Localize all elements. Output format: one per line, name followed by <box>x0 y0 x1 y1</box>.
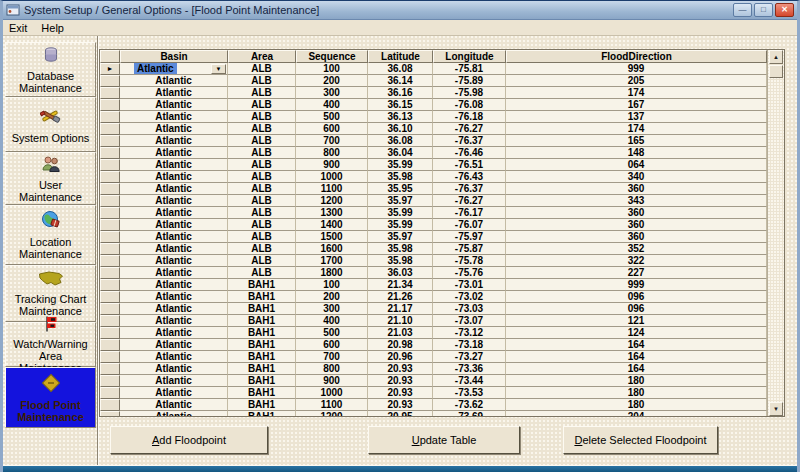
cell-sequence[interactable]: 100 <box>296 279 368 291</box>
cell-sequence[interactable]: 400 <box>296 315 368 327</box>
menu-exit[interactable]: Exit <box>9 22 27 34</box>
cell-area[interactable]: ALB <box>228 195 296 207</box>
cell-flooddirection[interactable]: 096 <box>506 291 767 303</box>
cell-flooddirection[interactable]: 343 <box>506 195 767 207</box>
scroll-up-icon[interactable]: ▲ <box>769 50 783 64</box>
cell-latitude[interactable]: 36.14 <box>368 75 433 87</box>
cell-area[interactable]: BAH1 <box>228 399 296 411</box>
cell-latitude[interactable]: 21.10 <box>368 315 433 327</box>
row-selector[interactable]: ► <box>100 63 120 75</box>
minimize-button[interactable]: — <box>733 3 752 17</box>
cell-flooddirection[interactable]: 227 <box>506 267 767 279</box>
menu-help[interactable]: Help <box>41 22 64 34</box>
table-row[interactable]: Atlantic ALB 1300 35.99 -76.17 360 <box>100 207 767 219</box>
cell-latitude[interactable]: 36.10 <box>368 123 433 135</box>
cell-longitude[interactable]: -76.51 <box>433 159 506 171</box>
cell-flooddirection[interactable]: 165 <box>506 135 767 147</box>
cell-sequence[interactable]: 200 <box>296 75 368 87</box>
cell-basin[interactable]: Atlantic <box>120 87 228 99</box>
cell-sequence[interactable]: 600 <box>296 123 368 135</box>
row-selector[interactable] <box>100 219 120 231</box>
cell-sequence[interactable]: 300 <box>296 303 368 315</box>
cell-sequence[interactable]: 1000 <box>296 387 368 399</box>
cell-latitude[interactable]: 21.26 <box>368 291 433 303</box>
cell-latitude[interactable]: 36.04 <box>368 147 433 159</box>
cell-longitude[interactable]: -75.81 <box>433 63 506 75</box>
cell-sequence[interactable]: 800 <box>296 147 368 159</box>
cell-basin[interactable]: Atlantic <box>120 255 228 267</box>
cell-longitude[interactable]: -76.46 <box>433 147 506 159</box>
cell-area[interactable]: ALB <box>228 135 296 147</box>
cell-basin[interactable]: Atlantic <box>120 291 228 303</box>
column-header-longitude[interactable]: Longitude <box>433 50 506 63</box>
cell-sequence[interactable]: 300 <box>296 87 368 99</box>
cell-area[interactable]: BAH1 <box>228 363 296 375</box>
cell-longitude[interactable]: -73.69 <box>433 411 506 417</box>
cell-latitude[interactable]: 36.08 <box>368 63 433 75</box>
table-row[interactable]: Atlantic BAH1 1200 20.95 -73.69 204 <box>100 411 767 417</box>
cell-longitude[interactable]: -75.89 <box>433 75 506 87</box>
cell-flooddirection[interactable]: 180 <box>506 387 767 399</box>
row-selector[interactable] <box>100 183 120 195</box>
cell-latitude[interactable]: 20.93 <box>368 387 433 399</box>
cell-area[interactable]: ALB <box>228 159 296 171</box>
cell-longitude[interactable]: -75.78 <box>433 255 506 267</box>
cell-basin[interactable]: Atlantic <box>120 363 228 375</box>
cell-flooddirection[interactable]: 352 <box>506 243 767 255</box>
table-row[interactable]: Atlantic ALB 1200 35.97 -76.27 343 <box>100 195 767 207</box>
cell-flooddirection[interactable]: 205 <box>506 75 767 87</box>
cell-basin[interactable]: Atlantic▼ <box>120 63 228 75</box>
cell-latitude[interactable]: 35.97 <box>368 231 433 243</box>
cell-area[interactable]: ALB <box>228 147 296 159</box>
cell-sequence[interactable]: 1400 <box>296 219 368 231</box>
update-table-button[interactable]: Update Table <box>368 426 520 454</box>
cell-sequence[interactable]: 1700 <box>296 255 368 267</box>
sidebar-item-database-maintenance[interactable]: Database Maintenance <box>5 42 96 97</box>
cell-basin[interactable]: Atlantic <box>120 375 228 387</box>
delete-selected-floodpoint-button[interactable]: Delete Selected Floodpoint <box>563 426 718 454</box>
cell-area[interactable]: ALB <box>228 123 296 135</box>
cell-sequence[interactable]: 1100 <box>296 183 368 195</box>
cell-basin[interactable]: Atlantic <box>120 75 228 87</box>
cell-basin[interactable]: Atlantic <box>120 339 228 351</box>
cell-longitude[interactable]: -73.01 <box>433 279 506 291</box>
table-row[interactable]: Atlantic ALB 1400 35.99 -76.07 360 <box>100 219 767 231</box>
table-row[interactable]: Atlantic BAH1 400 21.10 -73.07 121 <box>100 315 767 327</box>
cell-latitude[interactable]: 20.96 <box>368 351 433 363</box>
cell-latitude[interactable]: 21.03 <box>368 327 433 339</box>
cell-sequence[interactable]: 1600 <box>296 243 368 255</box>
cell-basin[interactable]: Atlantic <box>120 135 228 147</box>
cell-latitude[interactable]: 35.99 <box>368 159 433 171</box>
cell-latitude[interactable]: 36.03 <box>368 267 433 279</box>
row-selector[interactable] <box>100 99 120 111</box>
basin-combo-dropdown-icon[interactable]: ▼ <box>211 64 226 74</box>
cell-latitude[interactable]: 36.15 <box>368 99 433 111</box>
cell-latitude[interactable]: 36.16 <box>368 87 433 99</box>
cell-basin[interactable]: Atlantic <box>120 411 228 417</box>
cell-basin[interactable]: Atlantic <box>120 111 228 123</box>
cell-latitude[interactable]: 20.93 <box>368 399 433 411</box>
row-selector[interactable] <box>100 207 120 219</box>
sidebar-item-user-maintenance[interactable]: User Maintenance <box>5 152 96 205</box>
cell-area[interactable]: BAH1 <box>228 291 296 303</box>
table-row[interactable]: Atlantic ALB 1800 36.03 -75.76 227 <box>100 267 767 279</box>
cell-sequence[interactable]: 1800 <box>296 267 368 279</box>
cell-flooddirection[interactable]: 148 <box>506 147 767 159</box>
sidebar-item-location-maintenance[interactable]: Location Maintenance <box>5 205 96 265</box>
cell-area[interactable]: ALB <box>228 183 296 195</box>
row-selector[interactable] <box>100 255 120 267</box>
cell-flooddirection[interactable]: 174 <box>506 123 767 135</box>
cell-flooddirection[interactable]: 204 <box>506 411 767 417</box>
cell-latitude[interactable]: 21.17 <box>368 303 433 315</box>
cell-flooddirection[interactable]: 340 <box>506 171 767 183</box>
cell-sequence[interactable]: 500 <box>296 327 368 339</box>
cell-latitude[interactable]: 35.98 <box>368 243 433 255</box>
cell-flooddirection[interactable]: 999 <box>506 63 767 75</box>
row-selector[interactable] <box>100 411 120 417</box>
sidebar-item-flood-point-maintenance[interactable]: Flood Point Maintenance <box>5 367 96 428</box>
table-row[interactable]: Atlantic ALB 700 36.08 -76.37 165 <box>100 135 767 147</box>
cell-basin[interactable]: Atlantic <box>120 99 228 111</box>
cell-basin[interactable]: Atlantic <box>120 399 228 411</box>
cell-basin[interactable]: Atlantic <box>120 387 228 399</box>
cell-sequence[interactable]: 400 <box>296 99 368 111</box>
